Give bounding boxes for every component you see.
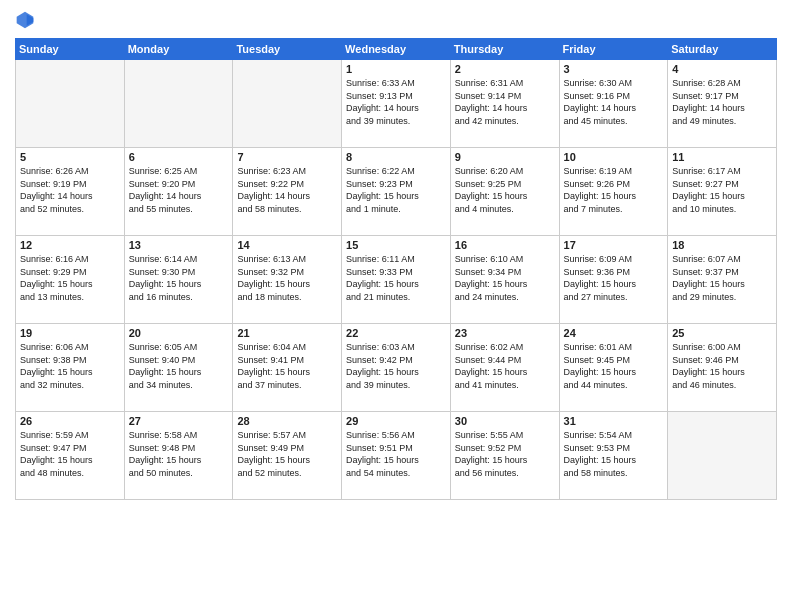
calendar-cell <box>233 60 342 148</box>
calendar-cell <box>668 412 777 500</box>
day-number: 21 <box>237 327 337 339</box>
day-number: 22 <box>346 327 446 339</box>
day-info: Sunrise: 5:58 AM Sunset: 9:48 PM Dayligh… <box>129 429 229 479</box>
calendar-cell: 8Sunrise: 6:22 AM Sunset: 9:23 PM Daylig… <box>342 148 451 236</box>
day-info: Sunrise: 6:31 AM Sunset: 9:14 PM Dayligh… <box>455 77 555 127</box>
day-number: 9 <box>455 151 555 163</box>
day-info: Sunrise: 6:07 AM Sunset: 9:37 PM Dayligh… <box>672 253 772 303</box>
calendar-cell: 12Sunrise: 6:16 AM Sunset: 9:29 PM Dayli… <box>16 236 125 324</box>
day-info: Sunrise: 6:19 AM Sunset: 9:26 PM Dayligh… <box>564 165 664 215</box>
calendar-week-3: 12Sunrise: 6:16 AM Sunset: 9:29 PM Dayli… <box>16 236 777 324</box>
page-header <box>15 10 777 30</box>
day-number: 25 <box>672 327 772 339</box>
calendar-cell: 22Sunrise: 6:03 AM Sunset: 9:42 PM Dayli… <box>342 324 451 412</box>
day-info: Sunrise: 6:14 AM Sunset: 9:30 PM Dayligh… <box>129 253 229 303</box>
calendar-cell: 18Sunrise: 6:07 AM Sunset: 9:37 PM Dayli… <box>668 236 777 324</box>
day-number: 30 <box>455 415 555 427</box>
calendar-week-1: 1Sunrise: 6:33 AM Sunset: 9:13 PM Daylig… <box>16 60 777 148</box>
day-info: Sunrise: 6:16 AM Sunset: 9:29 PM Dayligh… <box>20 253 120 303</box>
logo-icon <box>15 10 35 30</box>
day-number: 11 <box>672 151 772 163</box>
day-info: Sunrise: 6:30 AM Sunset: 9:16 PM Dayligh… <box>564 77 664 127</box>
day-number: 2 <box>455 63 555 75</box>
calendar-cell: 13Sunrise: 6:14 AM Sunset: 9:30 PM Dayli… <box>124 236 233 324</box>
day-info: Sunrise: 6:10 AM Sunset: 9:34 PM Dayligh… <box>455 253 555 303</box>
calendar-cell: 15Sunrise: 6:11 AM Sunset: 9:33 PM Dayli… <box>342 236 451 324</box>
day-info: Sunrise: 6:13 AM Sunset: 9:32 PM Dayligh… <box>237 253 337 303</box>
day-info: Sunrise: 6:28 AM Sunset: 9:17 PM Dayligh… <box>672 77 772 127</box>
day-info: Sunrise: 5:57 AM Sunset: 9:49 PM Dayligh… <box>237 429 337 479</box>
col-header-tuesday: Tuesday <box>233 39 342 60</box>
calendar-table: SundayMondayTuesdayWednesdayThursdayFrid… <box>15 38 777 500</box>
day-number: 10 <box>564 151 664 163</box>
day-info: Sunrise: 6:26 AM Sunset: 9:19 PM Dayligh… <box>20 165 120 215</box>
calendar-cell: 25Sunrise: 6:00 AM Sunset: 9:46 PM Dayli… <box>668 324 777 412</box>
day-info: Sunrise: 6:05 AM Sunset: 9:40 PM Dayligh… <box>129 341 229 391</box>
calendar-week-4: 19Sunrise: 6:06 AM Sunset: 9:38 PM Dayli… <box>16 324 777 412</box>
calendar-cell: 11Sunrise: 6:17 AM Sunset: 9:27 PM Dayli… <box>668 148 777 236</box>
calendar-cell: 16Sunrise: 6:10 AM Sunset: 9:34 PM Dayli… <box>450 236 559 324</box>
calendar-cell: 31Sunrise: 5:54 AM Sunset: 9:53 PM Dayli… <box>559 412 668 500</box>
day-number: 29 <box>346 415 446 427</box>
col-header-monday: Monday <box>124 39 233 60</box>
calendar-cell: 3Sunrise: 6:30 AM Sunset: 9:16 PM Daylig… <box>559 60 668 148</box>
day-number: 13 <box>129 239 229 251</box>
day-number: 24 <box>564 327 664 339</box>
calendar-week-5: 26Sunrise: 5:59 AM Sunset: 9:47 PM Dayli… <box>16 412 777 500</box>
day-number: 16 <box>455 239 555 251</box>
calendar-cell: 10Sunrise: 6:19 AM Sunset: 9:26 PM Dayli… <box>559 148 668 236</box>
calendar-cell: 30Sunrise: 5:55 AM Sunset: 9:52 PM Dayli… <box>450 412 559 500</box>
day-number: 12 <box>20 239 120 251</box>
logo <box>15 10 37 30</box>
day-info: Sunrise: 5:55 AM Sunset: 9:52 PM Dayligh… <box>455 429 555 479</box>
day-number: 5 <box>20 151 120 163</box>
day-info: Sunrise: 6:09 AM Sunset: 9:36 PM Dayligh… <box>564 253 664 303</box>
day-number: 19 <box>20 327 120 339</box>
day-number: 14 <box>237 239 337 251</box>
day-info: Sunrise: 6:17 AM Sunset: 9:27 PM Dayligh… <box>672 165 772 215</box>
day-number: 1 <box>346 63 446 75</box>
day-number: 18 <box>672 239 772 251</box>
day-info: Sunrise: 6:00 AM Sunset: 9:46 PM Dayligh… <box>672 341 772 391</box>
day-number: 8 <box>346 151 446 163</box>
day-info: Sunrise: 6:03 AM Sunset: 9:42 PM Dayligh… <box>346 341 446 391</box>
day-number: 26 <box>20 415 120 427</box>
calendar-cell: 28Sunrise: 5:57 AM Sunset: 9:49 PM Dayli… <box>233 412 342 500</box>
col-header-saturday: Saturday <box>668 39 777 60</box>
day-number: 27 <box>129 415 229 427</box>
day-info: Sunrise: 6:33 AM Sunset: 9:13 PM Dayligh… <box>346 77 446 127</box>
day-info: Sunrise: 6:06 AM Sunset: 9:38 PM Dayligh… <box>20 341 120 391</box>
calendar-cell: 23Sunrise: 6:02 AM Sunset: 9:44 PM Dayli… <box>450 324 559 412</box>
day-number: 23 <box>455 327 555 339</box>
day-info: Sunrise: 6:11 AM Sunset: 9:33 PM Dayligh… <box>346 253 446 303</box>
calendar-cell <box>16 60 125 148</box>
calendar-cell: 2Sunrise: 6:31 AM Sunset: 9:14 PM Daylig… <box>450 60 559 148</box>
calendar-cell: 17Sunrise: 6:09 AM Sunset: 9:36 PM Dayli… <box>559 236 668 324</box>
day-info: Sunrise: 5:54 AM Sunset: 9:53 PM Dayligh… <box>564 429 664 479</box>
day-info: Sunrise: 6:25 AM Sunset: 9:20 PM Dayligh… <box>129 165 229 215</box>
day-info: Sunrise: 6:04 AM Sunset: 9:41 PM Dayligh… <box>237 341 337 391</box>
day-info: Sunrise: 5:59 AM Sunset: 9:47 PM Dayligh… <box>20 429 120 479</box>
day-info: Sunrise: 6:02 AM Sunset: 9:44 PM Dayligh… <box>455 341 555 391</box>
calendar-cell: 4Sunrise: 6:28 AM Sunset: 9:17 PM Daylig… <box>668 60 777 148</box>
day-number: 15 <box>346 239 446 251</box>
calendar-cell: 26Sunrise: 5:59 AM Sunset: 9:47 PM Dayli… <box>16 412 125 500</box>
calendar-header-row: SundayMondayTuesdayWednesdayThursdayFrid… <box>16 39 777 60</box>
day-number: 20 <box>129 327 229 339</box>
calendar-cell: 14Sunrise: 6:13 AM Sunset: 9:32 PM Dayli… <box>233 236 342 324</box>
calendar-cell: 27Sunrise: 5:58 AM Sunset: 9:48 PM Dayli… <box>124 412 233 500</box>
calendar-cell <box>124 60 233 148</box>
calendar-cell: 1Sunrise: 6:33 AM Sunset: 9:13 PM Daylig… <box>342 60 451 148</box>
col-header-wednesday: Wednesday <box>342 39 451 60</box>
col-header-sunday: Sunday <box>16 39 125 60</box>
day-number: 7 <box>237 151 337 163</box>
day-number: 28 <box>237 415 337 427</box>
calendar-cell: 20Sunrise: 6:05 AM Sunset: 9:40 PM Dayli… <box>124 324 233 412</box>
day-number: 3 <box>564 63 664 75</box>
day-info: Sunrise: 6:01 AM Sunset: 9:45 PM Dayligh… <box>564 341 664 391</box>
calendar-cell: 21Sunrise: 6:04 AM Sunset: 9:41 PM Dayli… <box>233 324 342 412</box>
day-info: Sunrise: 6:20 AM Sunset: 9:25 PM Dayligh… <box>455 165 555 215</box>
day-info: Sunrise: 6:22 AM Sunset: 9:23 PM Dayligh… <box>346 165 446 215</box>
calendar-cell: 6Sunrise: 6:25 AM Sunset: 9:20 PM Daylig… <box>124 148 233 236</box>
day-number: 4 <box>672 63 772 75</box>
